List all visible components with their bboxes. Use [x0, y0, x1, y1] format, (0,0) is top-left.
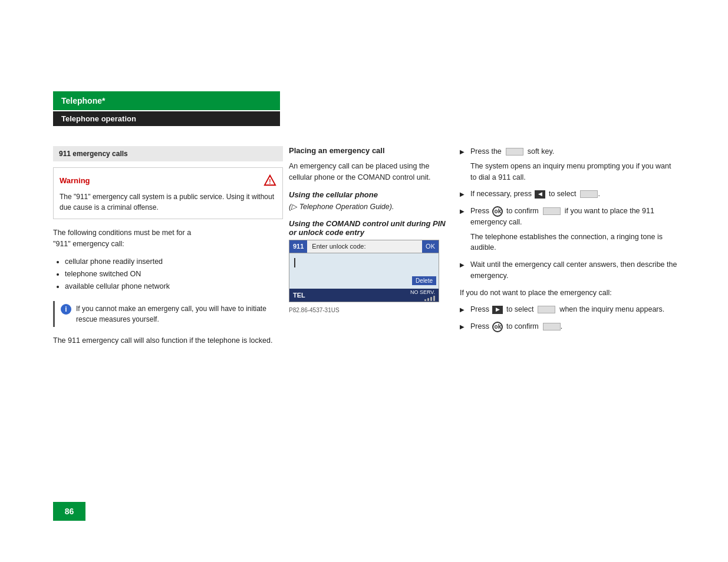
phone-unlock-text: Enter unlock code: [307, 243, 422, 250]
svg-text:!: ! [269, 178, 271, 185]
arrow-left-icon: ◀ [535, 190, 545, 199]
right-no-call-list: Press ▶ to select when the inquiry menu … [460, 304, 678, 332]
using-comand-title: Using the COMAND control unit during PIN… [289, 219, 454, 237]
bullet-list: cellular phone readily inserted telephon… [65, 256, 283, 293]
phone-no-serv: NO SERV. [410, 289, 435, 301]
page-number-box: 86 [53, 502, 85, 521]
ok-button-icon: ok [492, 206, 503, 217]
step-5: Press ▶ to select when the inquiry menu … [460, 304, 678, 315]
subsection-box: 911 emergency calls [53, 146, 283, 161]
right-steps-list: Press the soft key. The system opens an … [460, 146, 678, 282]
step-1-note: The system opens an inquiry menu prompti… [470, 161, 678, 183]
signal-dot-4 [433, 296, 435, 301]
header-section: Telephone* Telephone operation [53, 91, 280, 137]
chapter-title-text: Telephone* [61, 96, 105, 105]
phone-input-area: Delete [289, 253, 439, 289]
info-block: i If you cannot make an emergeny call, y… [53, 301, 283, 327]
info-icon: i [61, 304, 71, 315]
signal-dot-3 [430, 297, 432, 301]
left-column: 911 emergency calls Warning ! The "911" … [53, 146, 283, 346]
section-title: Telephone operation [53, 111, 280, 126]
info-text: If you cannot make an emergeny call, you… [76, 303, 277, 325]
list-item: telephone switched ON [65, 268, 283, 280]
phone-cursor [294, 258, 295, 267]
body-text: An emergency call can be placed using th… [289, 161, 454, 183]
warning-label: Warning [60, 176, 90, 185]
not-want-text: If you do not want to place the emergenc… [460, 287, 678, 299]
phone-bottom-bar: TEL NO SERV. [289, 289, 439, 302]
list-item: cellular phone readily inserted [65, 256, 283, 268]
warning-header: Warning ! [60, 174, 276, 187]
step-2: If necessary, press ◀ to select . [460, 189, 678, 200]
step-4: Wait until the emergency call center ans… [460, 259, 678, 282]
conditions-text-1: The following conditions must be met for… [53, 229, 191, 237]
section-title-text: Telephone operation [61, 114, 136, 123]
phone-delete-btn: Delete [412, 276, 436, 285]
list-item: available cellular phone network [65, 280, 283, 293]
conditions-text: The following conditions must be met for… [53, 227, 283, 250]
step-3-note: The telephone establishes the connection… [470, 232, 678, 254]
using-cellular-title: Using the cellular phone [289, 190, 454, 199]
arrow-right-icon: ▶ [492, 306, 503, 314]
using-cellular-text: (▷ Telephone Operation Guide). [289, 202, 454, 211]
signal-dot-1 [424, 299, 426, 301]
phone-911-badge: 911 [289, 240, 307, 253]
signal-dots [424, 295, 435, 301]
phone-caption: P82.86-4537-31US [289, 307, 454, 313]
phone-ok-btn: OK [422, 240, 439, 253]
ok-button-icon-2: ok [492, 322, 503, 332]
page-number: 86 [65, 507, 74, 516]
phone-tel-label: TEL [293, 292, 305, 299]
step-3: Press ok to confirm if you want to place… [460, 206, 678, 253]
no-serv-text: NO SERV. [410, 289, 435, 295]
phone-screen: 911 Enter unlock code: OK Delete TEL NO … [289, 240, 439, 302]
warning-box: Warning ! The "911" emergency call syste… [53, 167, 283, 219]
right-column: Press the soft key. The system opens an … [460, 146, 678, 338]
middle-column: Placing an emergency call An emergency c… [289, 146, 454, 322]
chapter-title: Telephone* [53, 91, 280, 110]
subsection-label: 911 emergency calls [59, 150, 128, 158]
page-container: Telephone* Telephone operation 911 emerg… [0, 0, 728, 562]
step-6: Press ok to confirm . [460, 321, 678, 332]
conditions-text-2: "911" emergency call: [53, 240, 124, 248]
signal-dot-2 [427, 298, 429, 301]
footnote-text: The 911 emergency call will also functio… [53, 335, 283, 346]
warning-text: The "911" emergency call system is a pub… [60, 191, 276, 213]
step-1: Press the soft key. The system opens an … [460, 146, 678, 183]
phone-top-bar: 911 Enter unlock code: OK [289, 240, 439, 253]
warning-triangle-icon: ! [263, 174, 276, 187]
placing-title: Placing an emergency call [289, 146, 454, 155]
